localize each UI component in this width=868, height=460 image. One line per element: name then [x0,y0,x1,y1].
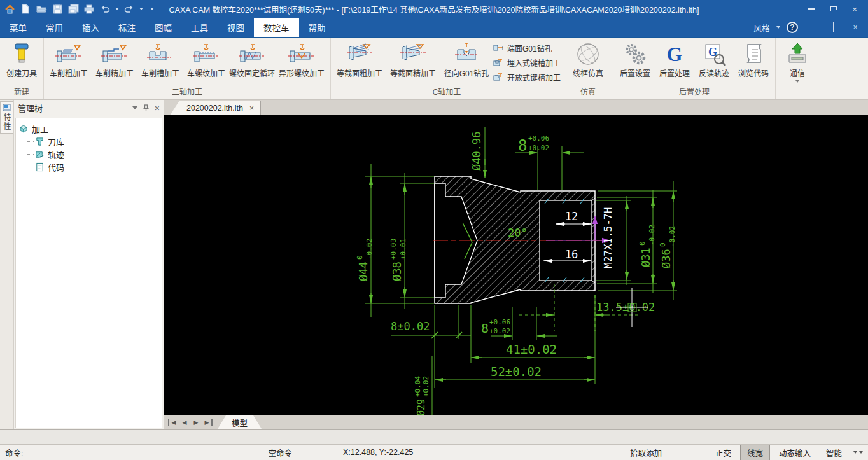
tree-node-machining[interactable]: 加工 [18,122,159,135]
tree-node-tool-library[interactable]: 刀库 [27,135,159,148]
communication-icon [785,41,809,67]
toggle-linewidth[interactable]: 线宽 [740,445,770,460]
section-rough-button[interactable]: 等截面粗加工 [333,39,386,78]
reverse-read-icon: G [702,41,726,67]
create-tool-button[interactable]: 创建刀具 [2,39,41,78]
communication-caret[interactable] [795,80,799,83]
lathe-finish-button[interactable]: 车削精加工 [92,39,137,78]
save-all-icon[interactable] [67,3,79,15]
svg-text:+0.02: +0.02 [422,376,430,397]
first-sheet-button[interactable]: ◀ [168,419,178,426]
redo-dropdown-caret[interactable] [139,8,143,10]
lathe-rough-button[interactable]: 车削粗加工 [46,39,92,78]
menu-item-view[interactable]: 视图 [218,18,254,37]
model-tab[interactable]: 模型 [218,415,262,429]
tab-close-icon[interactable]: × [249,104,254,113]
doc-restore-button[interactable] [826,23,841,32]
open-file-icon[interactable] [36,3,47,15]
toggle-dynamic-input[interactable]: 动态输入 [773,445,817,460]
group-label-new: 新建 [2,87,41,99]
sunken-keyway-button[interactable]: 埋入式键槽加工 [493,56,561,69]
new-file-icon[interactable] [20,3,31,15]
face-g01-drill-button[interactable]: 端面G01钻孔 [493,41,561,54]
lathe-thread-button[interactable]: 车螺纹加工 [183,39,229,78]
profile-thread-button[interactable]: 异形螺纹加工 [275,39,328,78]
style-menu[interactable]: 风格 [753,22,770,34]
section-finish-button[interactable]: 等截面精加工 [386,39,440,78]
svg-text:0: 0 [638,241,647,246]
menu-item-sheet[interactable]: 图幅 [145,18,181,37]
prev-sheet-button[interactable]: ◀ [179,419,190,426]
panel-title: 管理树 [18,102,43,114]
undo-icon[interactable] [99,3,111,15]
toggle-smart-snap[interactable]: 智能 [820,445,848,460]
lathe-groove-icon [147,41,174,67]
toolbar-customize-caret[interactable] [150,8,154,10]
post-process-button[interactable]: G 后置处理 [655,39,694,78]
document-tab[interactable]: 20200202.lth.lth × [171,101,261,115]
status-overflow-caret[interactable] [859,451,863,454]
last-sheet-button[interactable]: ▶ [202,419,213,426]
post-settings-button[interactable]: 后置设置 [615,39,655,78]
style-caret[interactable] [776,26,780,29]
reverse-read-button[interactable]: G 反读轨迹 [694,39,734,78]
thread-cycle-button[interactable]: 螺纹固定循环 [229,39,275,78]
panel-dropdown-icon[interactable] [132,106,137,109]
next-sheet-button[interactable]: ▶ [191,419,201,426]
svg-text:Ø36: Ø36 [660,249,673,268]
lathe-thread-icon [193,41,220,67]
svg-text:0: 0 [356,255,364,260]
print-icon[interactable] [83,3,95,15]
status-coordinates: X:12.488, Y:-22.425 [343,448,413,457]
dim-dia29: Ø29 +0.04 +0.02 [414,376,430,415]
undo-dropdown-caret[interactable] [115,8,119,10]
menu-item-annotate[interactable]: 标注 [109,18,145,37]
quick-access-toolbar [4,3,154,15]
browse-code-icon [743,41,764,67]
snap-dropdown-caret[interactable] [853,451,857,454]
svg-text:+0.01: +0.01 [399,239,407,260]
restore-button[interactable] [823,3,843,15]
group-label-comm [778,87,817,99]
tree-node-code[interactable]: 代码 [27,160,159,173]
create-tool-icon [11,41,32,67]
save-icon[interactable] [52,3,63,15]
app-logo-icon[interactable] [4,3,15,15]
toggle-ortho[interactable]: 正交 [709,445,738,460]
communication-button[interactable]: 通信 [778,39,817,83]
properties-tab-icon [3,104,11,111]
pin-icon[interactable] [143,104,150,112]
title-bar: CAXA CAM 数控车2020***试用期(还剩50天)*** - [F:\2… [0,0,868,18]
section-rough-icon [346,41,374,67]
tool-library-icon [35,137,45,146]
post-process-g-icon: G [667,41,683,67]
dim-dia36: Ø36 0 -0.02 [659,226,676,268]
close-button[interactable]: × [845,3,864,15]
doc-close-button[interactable]: × [848,23,863,32]
wireframe-sim-button[interactable]: 线框仿真 [565,39,611,78]
properties-vertical-tab[interactable]: 特性 [0,101,13,134]
minimize-button[interactable] [802,3,821,15]
menu-item-common[interactable]: 常用 [36,18,73,37]
drawing-canvas[interactable]: Ø40.96 8 +0.06 +0.02 Ø44 0 -0.02 Ø38 +0.… [164,115,868,415]
command-prompt-label[interactable]: 命令: [5,447,23,459]
lathe-groove-button[interactable]: 车削槽加工 [137,39,183,78]
sunken-keyway-icon [493,58,505,67]
menu-item-tools[interactable]: 工具 [181,18,218,37]
radial-g01-drill-icon [454,41,479,67]
help-icon[interactable]: ? [787,22,798,33]
tree-node-trajectory[interactable]: 轨迹 [27,148,159,160]
dim-52: 52±0.02 [491,365,542,379]
menu-item-menu[interactable]: 菜单 [0,18,36,37]
menu-item-cnc-lathe[interactable]: 数控车 [254,18,299,37]
dim-12: 12 [565,210,578,223]
panel-close-icon[interactable]: × [155,103,160,113]
redo-icon[interactable] [123,3,135,15]
command-history-band[interactable] [0,429,868,444]
open-keyway-button[interactable]: 开放式键槽加工 [493,71,561,83]
ribbon-group-sim: 线框仿真 仿真 [563,38,613,99]
menu-item-insert[interactable]: 插入 [73,18,109,37]
radial-g01-drill-button[interactable]: 径向G01钻孔 [440,39,493,78]
menu-item-help[interactable]: 帮助 [299,18,335,37]
browse-code-button[interactable]: 浏览代码 [734,39,773,78]
